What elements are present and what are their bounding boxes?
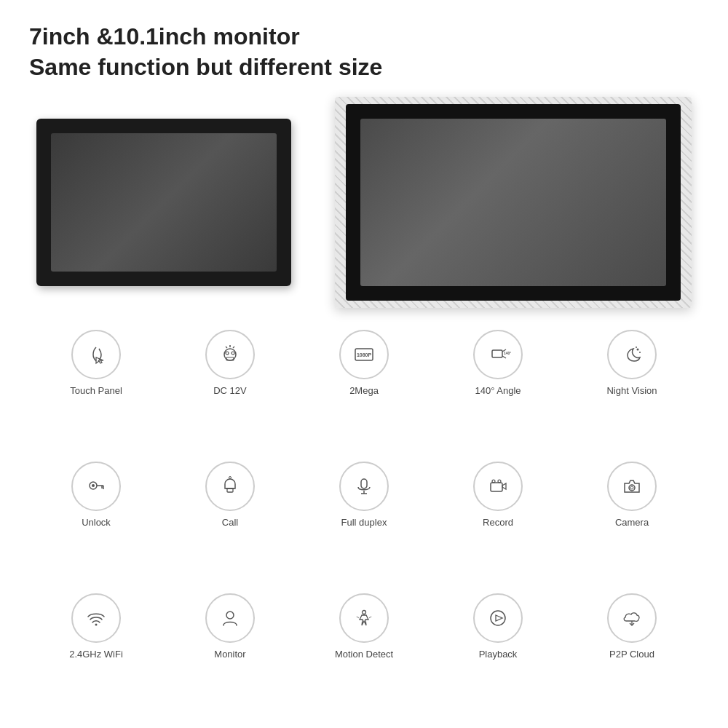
page-title: 7inch &10.1inch monitor Same function bu… [29, 22, 699, 82]
full-duplex-label: Full duplex [341, 517, 387, 529]
svg-point-33 [226, 612, 234, 619]
night-vision-label: Night Vision [606, 385, 657, 397]
dc-12v-icon [217, 341, 243, 368]
night-vision-icon [619, 341, 645, 368]
playback-icon [485, 605, 511, 631]
features-grid: Touch Panel DC 12V [29, 330, 699, 713]
call-icon [217, 473, 243, 499]
svg-point-32 [95, 624, 98, 626]
svg-line-4 [226, 347, 227, 348]
title-line2: Same function but different size [29, 54, 382, 80]
motion-detect-icon-circle [339, 593, 389, 643]
wifi-icon-circle [71, 593, 121, 643]
unlock-icon [83, 473, 109, 499]
large-screen [360, 119, 666, 286]
monitor-icon-circle [205, 593, 255, 643]
feature-monitor: Monitor [163, 593, 297, 713]
unlock-icon-circle [71, 462, 121, 511]
svg-rect-27 [491, 483, 502, 491]
svg-line-36 [369, 617, 371, 618]
dc-12v-label: DC 12V [213, 385, 247, 397]
monitor-icon [217, 605, 243, 631]
camera-icon-circle [607, 462, 657, 511]
svg-point-28 [492, 480, 495, 483]
p2p-cloud-label: P2P Cloud [609, 649, 654, 661]
2mega-icon-circle: 1080P [339, 330, 389, 379]
feature-p2p-cloud: P2P Cloud [565, 593, 699, 713]
svg-text:1080P: 1080P [357, 352, 372, 357]
touch-panel-icon [83, 341, 109, 368]
full-duplex-icon [351, 473, 377, 499]
svg-line-35 [357, 617, 359, 618]
camera-icon [619, 473, 645, 499]
motion-detect-icon [351, 605, 377, 631]
svg-point-13 [637, 349, 639, 351]
playback-label: Playback [479, 649, 518, 661]
monitor-large-wrapper [335, 97, 692, 308]
svg-rect-9 [492, 350, 502, 357]
p2p-cloud-icon [619, 605, 645, 631]
motion-detect-label: Motion Detect [335, 649, 393, 661]
svg-text:140°: 140° [504, 351, 511, 355]
monitor-large [346, 104, 681, 301]
feature-140-angle: 140° 140° Angle [431, 330, 565, 450]
2mega-icon: 1080P [351, 341, 377, 368]
svg-point-30 [629, 485, 635, 491]
svg-point-31 [630, 486, 633, 489]
svg-line-5 [233, 347, 234, 348]
monitor-small [36, 119, 291, 286]
record-icon [485, 473, 511, 499]
night-vision-icon-circle [607, 330, 657, 379]
feature-unlock: Unlock [29, 462, 163, 582]
svg-point-14 [639, 352, 641, 353]
140-angle-icon-circle: 140° [473, 330, 523, 379]
call-label: Call [222, 517, 238, 529]
feature-full-duplex: Full duplex [297, 462, 431, 582]
feature-playback: Playback [431, 593, 565, 713]
playback-icon-circle [473, 593, 523, 643]
record-label: Record [483, 517, 513, 529]
feature-call: Call [163, 462, 297, 582]
monitor-label: Monitor [214, 649, 245, 661]
2mega-label: 2Mega [349, 385, 379, 397]
svg-point-34 [363, 611, 366, 614]
svg-line-11 [502, 356, 506, 358]
feature-wifi: 2.4GHz WiFi [29, 593, 163, 713]
svg-point-1 [226, 352, 229, 355]
touch-panel-label: Touch Panel [70, 385, 122, 397]
unlock-label: Unlock [82, 517, 111, 529]
feature-dc-12v: DC 12V [163, 330, 297, 450]
page: 7inch &10.1inch monitor Same function bu… [0, 0, 728, 728]
feature-record: Record [431, 462, 565, 582]
feature-camera: Camera [565, 462, 699, 582]
svg-point-29 [498, 480, 501, 483]
camera-label: Camera [615, 517, 649, 529]
dc-12v-icon-circle [205, 330, 255, 379]
140-angle-label: 140° Angle [475, 385, 521, 397]
feature-motion-detect: Motion Detect [297, 593, 431, 713]
p2p-cloud-icon-circle [607, 593, 657, 643]
svg-point-23 [229, 477, 232, 479]
feature-night-vision: Night Vision [565, 330, 699, 450]
wifi-icon [83, 605, 109, 631]
record-icon-circle [473, 462, 523, 511]
svg-point-15 [636, 347, 637, 348]
call-icon-circle [205, 462, 255, 511]
feature-touch-panel: Touch Panel [29, 330, 163, 450]
title-line1: 7inch &10.1inch monitor [29, 23, 300, 50]
svg-rect-24 [361, 479, 367, 488]
svg-point-17 [92, 484, 95, 487]
140-angle-icon: 140° [485, 341, 511, 368]
feature-2mega: 1080P 2Mega [297, 330, 431, 450]
full-duplex-icon-circle [339, 462, 389, 511]
monitors-section [29, 97, 699, 308]
wifi-label: 2.4GHz WiFi [69, 649, 123, 661]
small-screen [51, 133, 277, 272]
touch-panel-icon-circle [71, 330, 121, 379]
header: 7inch &10.1inch monitor Same function bu… [29, 22, 699, 82]
svg-point-2 [232, 352, 234, 355]
